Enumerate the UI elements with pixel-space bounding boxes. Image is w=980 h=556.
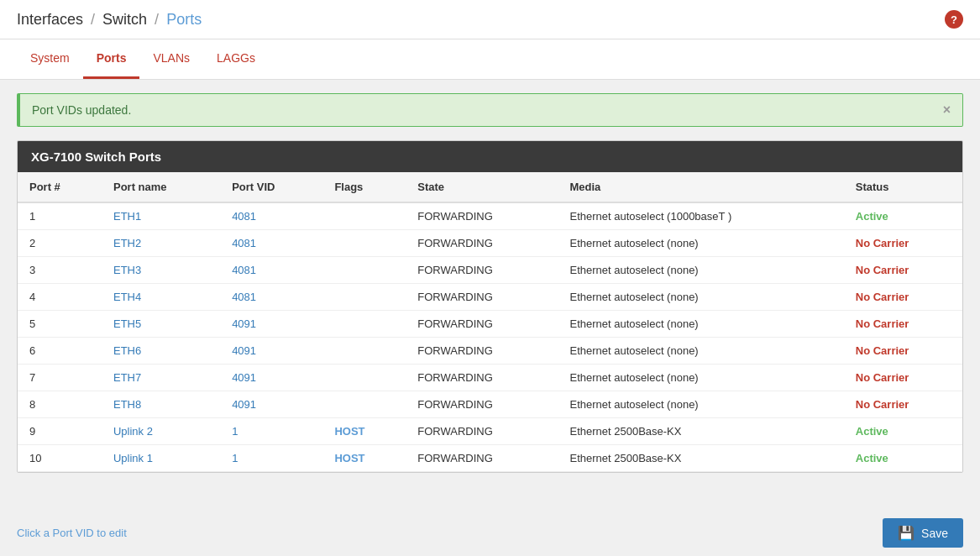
tab-ports[interactable]: Ports xyxy=(83,39,140,79)
table-row: 1 ETH1 4081 FORWARDING Ethernet autosele… xyxy=(18,202,962,230)
cell-media: Ethernet autoselect (none) xyxy=(558,257,843,284)
cell-status: No Carrier xyxy=(844,257,962,284)
cell-media: Ethernet autoselect (1000baseT ) xyxy=(558,202,843,230)
cell-port-num: 3 xyxy=(18,257,102,284)
alert-banner: Port VIDs updated. × xyxy=(17,93,963,127)
cell-state: FORWARDING xyxy=(406,202,558,230)
col-flags: Flags xyxy=(322,172,406,202)
cell-state: FORWARDING xyxy=(406,365,558,391)
cell-port-num: 10 xyxy=(18,445,102,472)
cell-port-name: ETH3 xyxy=(102,257,220,284)
cell-port-vid[interactable]: 4091 xyxy=(220,365,322,391)
cell-status: Active xyxy=(844,418,962,445)
breadcrumb: Interfaces / Switch / Ports xyxy=(17,11,202,29)
cell-port-num: 4 xyxy=(18,284,102,311)
cell-port-name: ETH5 xyxy=(102,311,220,338)
cell-state: FORWARDING xyxy=(406,257,558,284)
cell-port-vid[interactable]: 4091 xyxy=(220,311,322,338)
cell-port-vid[interactable]: 4081 xyxy=(220,284,322,311)
cell-media: Ethernet autoselect (none) xyxy=(558,311,843,338)
help-icon[interactable]: ? xyxy=(945,10,963,29)
table-row: 8 ETH8 4091 FORWARDING Ethernet autosele… xyxy=(18,391,962,418)
cell-port-name: ETH1 xyxy=(102,202,220,230)
save-button[interactable]: 💾 Save xyxy=(883,518,963,548)
tab-laggs[interactable]: LAGGs xyxy=(203,39,269,79)
cell-port-num: 1 xyxy=(18,202,102,230)
table-row: 10 Uplink 1 1 HOST FORWARDING Ethernet 2… xyxy=(18,445,962,472)
cell-media: Ethernet autoselect (none) xyxy=(558,391,843,418)
cell-port-name: ETH7 xyxy=(102,365,220,391)
cell-port-num: 5 xyxy=(18,311,102,338)
cell-port-num: 8 xyxy=(18,391,102,418)
cell-port-num: 7 xyxy=(18,365,102,391)
cell-flags xyxy=(322,230,406,257)
switch-ports-table-container: XG-7100 Switch Ports Port # Port name Po… xyxy=(17,140,963,473)
breadcrumb-sep-1: / xyxy=(91,11,99,28)
cell-state: FORWARDING xyxy=(406,338,558,365)
col-status: Status xyxy=(844,172,962,202)
tab-vlans[interactable]: VLANs xyxy=(139,39,203,79)
cell-state: FORWARDING xyxy=(406,284,558,311)
cell-port-name: ETH8 xyxy=(102,391,220,418)
table-row: 6 ETH6 4091 FORWARDING Ethernet autosele… xyxy=(18,338,962,365)
cell-flags xyxy=(322,365,406,391)
cell-state: FORWARDING xyxy=(406,445,558,472)
table-row: 4 ETH4 4081 FORWARDING Ethernet autosele… xyxy=(18,284,962,311)
table-row: 7 ETH7 4091 FORWARDING Ethernet autosele… xyxy=(18,365,962,391)
cell-flags xyxy=(322,338,406,365)
cell-status: No Carrier xyxy=(844,391,962,418)
cell-flags xyxy=(322,311,406,338)
tab-system[interactable]: System xyxy=(17,39,83,79)
cell-port-vid[interactable]: 1 xyxy=(220,445,322,472)
cell-status: No Carrier xyxy=(844,284,962,311)
cell-state: FORWARDING xyxy=(406,418,558,445)
cell-media: Ethernet autoselect (none) xyxy=(558,338,843,365)
cell-port-num: 9 xyxy=(18,418,102,445)
cell-port-name: Uplink 1 xyxy=(102,445,220,472)
table-body: 1 ETH1 4081 FORWARDING Ethernet autosele… xyxy=(18,202,962,472)
cell-port-name: Uplink 2 xyxy=(102,418,220,445)
cell-media: Ethernet autoselect (none) xyxy=(558,365,843,391)
cell-state: FORWARDING xyxy=(406,391,558,418)
main-content: Port VIDs updated. × XG-7100 Switch Port… xyxy=(0,80,980,510)
header: Interfaces / Switch / Ports ? xyxy=(0,0,980,39)
cell-port-name: ETH2 xyxy=(102,230,220,257)
table-header-row: Port # Port name Port VID Flags State Me… xyxy=(18,172,962,202)
alert-close-button[interactable]: × xyxy=(943,102,951,118)
table-row: 2 ETH2 4081 FORWARDING Ethernet autosele… xyxy=(18,230,962,257)
cell-flags: HOST xyxy=(322,445,406,472)
cell-port-vid[interactable]: 4091 xyxy=(220,338,322,365)
cell-media: Ethernet 2500Base-KX xyxy=(558,418,843,445)
page-wrapper: Interfaces / Switch / Ports ? System Por… xyxy=(0,0,980,556)
cell-status: Active xyxy=(844,202,962,230)
table-row: 5 ETH5 4091 FORWARDING Ethernet autosele… xyxy=(18,311,962,338)
cell-port-name: ETH4 xyxy=(102,284,220,311)
cell-port-vid[interactable]: 4081 xyxy=(220,230,322,257)
cell-media: Ethernet autoselect (none) xyxy=(558,284,843,311)
breadcrumb-switch: Switch xyxy=(102,11,147,28)
cell-port-vid[interactable]: 4081 xyxy=(220,202,322,230)
cell-port-vid[interactable]: 4081 xyxy=(220,257,322,284)
cell-state: FORWARDING xyxy=(406,311,558,338)
cell-port-vid[interactable]: 1 xyxy=(220,418,322,445)
col-state: State xyxy=(406,172,558,202)
alert-message: Port VIDs updated. xyxy=(32,103,131,117)
cell-status: No Carrier xyxy=(844,365,962,391)
cell-flags xyxy=(322,257,406,284)
save-icon: 💾 xyxy=(898,525,914,541)
col-port-vid: Port VID xyxy=(220,172,322,202)
cell-flags xyxy=(322,202,406,230)
col-media: Media xyxy=(558,172,843,202)
cell-port-num: 6 xyxy=(18,338,102,365)
cell-flags xyxy=(322,284,406,311)
col-port-num: Port # xyxy=(18,172,102,202)
save-label: Save xyxy=(921,527,948,540)
breadcrumb-interfaces: Interfaces xyxy=(17,11,83,28)
cell-status: No Carrier xyxy=(844,230,962,257)
cell-state: FORWARDING xyxy=(406,230,558,257)
table-section-title: XG-7100 Switch Ports xyxy=(18,141,962,172)
table-row: 9 Uplink 2 1 HOST FORWARDING Ethernet 25… xyxy=(18,418,962,445)
footer-hint[interactable]: Click a Port VID to edit xyxy=(17,527,127,539)
cell-flags: HOST xyxy=(322,418,406,445)
cell-port-vid[interactable]: 4091 xyxy=(220,391,322,418)
